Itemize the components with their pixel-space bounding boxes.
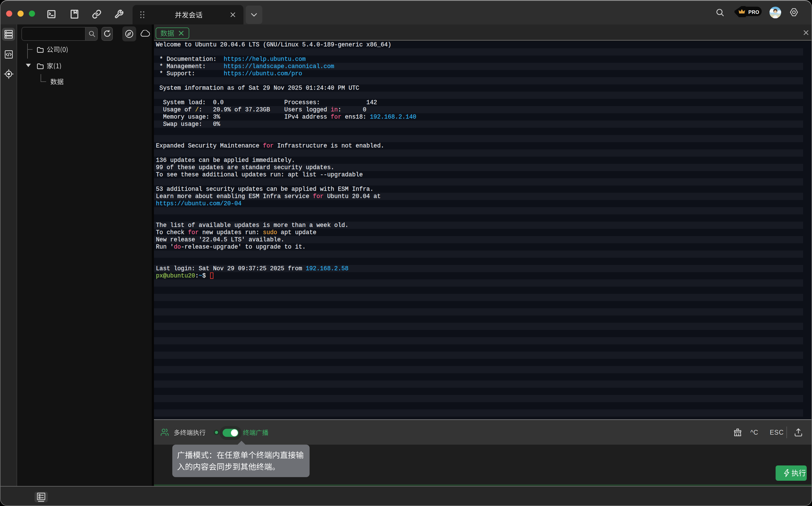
svg-text:PRO: PRO xyxy=(748,9,759,15)
